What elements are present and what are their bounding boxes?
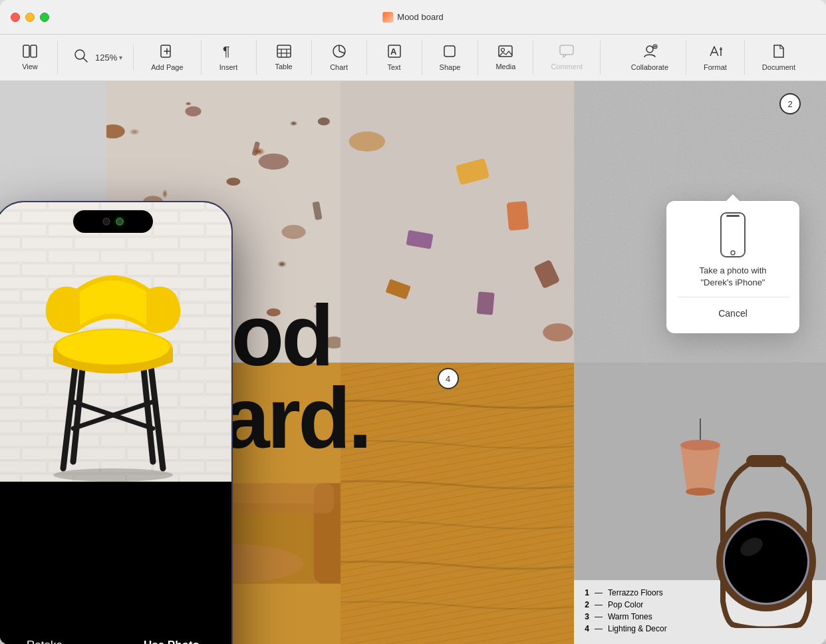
chair-shape	[27, 202, 200, 482]
page-badge-4: 4	[438, 368, 459, 389]
svg-rect-68	[746, 455, 786, 467]
svg-point-61	[686, 488, 715, 496]
titlebar: Mood board	[0, 0, 826, 35]
format-group: Format	[686, 40, 745, 75]
zoom-value[interactable]: 125% ▾	[95, 53, 122, 63]
traffic-lights	[11, 13, 49, 22]
collaborate-button[interactable]: Collaborate	[624, 40, 675, 75]
content-area: 1 1 2 2	[0, 81, 826, 644]
comment-button[interactable]: Comment	[544, 41, 589, 75]
svg-rect-58	[341, 363, 575, 644]
document-icon	[773, 44, 785, 61]
svg-text:¶: ¶	[223, 44, 230, 59]
svg-rect-73	[721, 213, 745, 257]
svg-rect-54	[476, 291, 494, 315]
zoom-button[interactable]	[69, 45, 94, 71]
comment-group: Comment	[533, 41, 601, 75]
svg-point-30	[106, 124, 125, 138]
collaborate-group: Collaborate	[614, 40, 686, 75]
mirror-decoration	[713, 455, 819, 631]
app-window: Mood board View 125% ▾	[0, 0, 826, 644]
svg-point-36	[281, 225, 305, 239]
svg-point-80	[53, 468, 173, 482]
chart-icon	[332, 44, 346, 61]
zoom-chevron: ▾	[119, 54, 122, 61]
retake-button[interactable]: Retake	[21, 633, 68, 644]
text-button[interactable]: A Text	[378, 40, 411, 75]
comment-icon	[559, 45, 574, 60]
svg-rect-45	[312, 201, 322, 220]
add-page-button[interactable]: Add Page	[144, 40, 190, 75]
svg-point-35	[226, 178, 240, 186]
page-badge-2: 2	[779, 93, 801, 114]
svg-rect-49	[506, 201, 529, 231]
svg-rect-44	[252, 141, 261, 156]
svg-point-52	[348, 132, 384, 152]
svg-point-32	[259, 154, 289, 170]
insert-button[interactable]: ¶ Insert	[212, 40, 245, 75]
iphone-popup: Take a photo with"Derek's iPhone" Cancel	[666, 201, 799, 333]
svg-rect-18	[444, 46, 455, 57]
insert-icon: ¶	[223, 44, 235, 61]
svg-point-53	[543, 323, 573, 341]
svg-point-22	[646, 46, 653, 53]
shape-icon	[442, 44, 457, 61]
camera-sensor	[102, 218, 110, 226]
format-icon	[708, 44, 722, 61]
svg-rect-46	[341, 81, 575, 363]
stone-cell	[341, 81, 575, 363]
svg-point-33	[318, 117, 330, 125]
format-button[interactable]: Format	[697, 40, 734, 75]
shape-button[interactable]: Shape	[433, 40, 468, 75]
svg-line-3	[83, 58, 87, 62]
insert-group: ¶ Insert	[202, 40, 257, 75]
svg-point-71	[725, 520, 807, 603]
table-button[interactable]: Table	[267, 41, 301, 75]
use-photo-button[interactable]: Use Photo	[138, 633, 205, 644]
chart-group: Chart	[312, 40, 367, 75]
svg-rect-8	[277, 45, 291, 57]
close-button[interactable]	[11, 13, 20, 22]
zoom-group: 125% ▾	[58, 45, 134, 71]
popup-cancel-button[interactable]: Cancel	[677, 304, 789, 323]
table-group: Table	[257, 41, 312, 75]
media-button[interactable]: Media	[489, 41, 522, 75]
iphone-screen: Retake Use Photo	[0, 202, 231, 644]
camera-lens	[116, 218, 124, 226]
add-page-group: Add Page	[134, 40, 201, 75]
iphone-notch	[73, 210, 153, 233]
popup-iphone-icon	[677, 212, 789, 258]
chart-button[interactable]: Chart	[323, 40, 356, 75]
iphone-body: Retake Use Photo	[0, 201, 233, 644]
svg-point-31	[185, 106, 201, 116]
iphone-overlay: Retake Use Photo	[0, 201, 239, 644]
svg-point-42	[324, 337, 341, 349]
canvas: 1 — Terrazzo Floors 2 — Pop Color 3	[0, 81, 826, 644]
media-icon	[498, 45, 513, 60]
svg-text:A: A	[390, 47, 397, 57]
popup-title: Take a photo with"Derek's iPhone"	[677, 265, 789, 289]
document-button[interactable]: Document	[756, 40, 802, 75]
svg-line-15	[339, 51, 344, 53]
svg-point-88	[57, 330, 170, 365]
view-group: View	[13, 41, 58, 75]
text-icon: A	[387, 44, 402, 61]
toolbar: View 125% ▾ Add Page	[0, 35, 826, 81]
add-page-icon	[160, 44, 174, 61]
media-group: Media	[478, 41, 533, 75]
maximize-button[interactable]	[40, 13, 49, 22]
document-group: Document	[745, 40, 813, 75]
app-icon	[382, 12, 393, 23]
minimize-button[interactable]	[25, 13, 35, 22]
view-icon	[23, 45, 37, 60]
view-button[interactable]: View	[13, 41, 47, 75]
svg-rect-1	[31, 45, 37, 57]
svg-rect-21	[560, 45, 573, 55]
shape-group: Shape	[422, 40, 479, 75]
svg-rect-0	[23, 45, 29, 57]
table-icon	[277, 45, 291, 60]
text-group: A Text	[367, 40, 422, 75]
svg-rect-74	[726, 215, 740, 217]
collaborate-icon	[642, 44, 658, 61]
photo-preview	[0, 202, 231, 482]
